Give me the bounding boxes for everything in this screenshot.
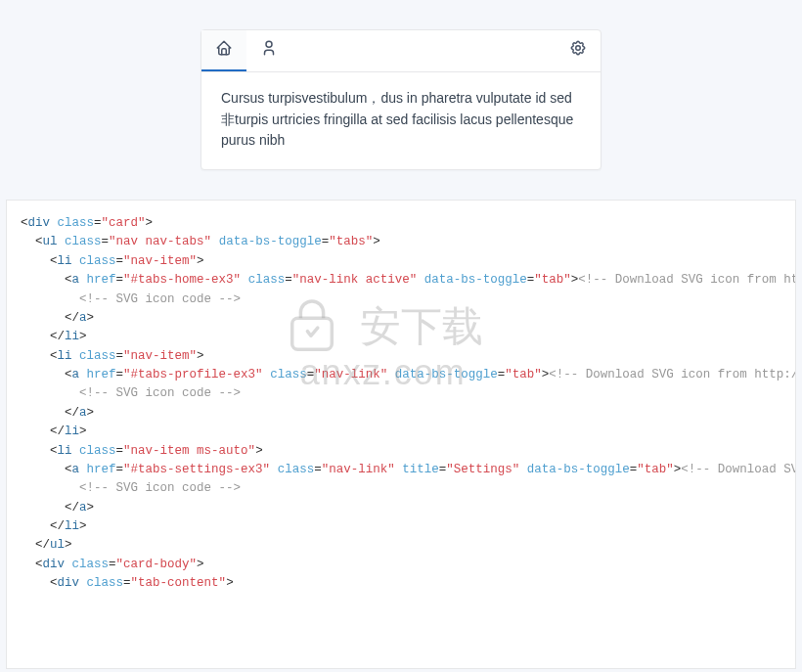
card: Cursus turpisvestibulum，dus in pharetra … [200, 29, 602, 170]
code-line: <a href="#tabs-home-ex3" class="nav-link… [21, 271, 795, 290]
code-line: </li> [21, 517, 795, 536]
nav-item-home [201, 30, 246, 71]
tab-home[interactable] [201, 30, 246, 71]
tab-profile[interactable] [246, 30, 291, 71]
code-line: <a href="#tabs-settings-ex3" class="nav-… [21, 461, 795, 479]
code-line: <div class="tab-content"> [21, 574, 795, 593]
card-body: Cursus turpisvestibulum，dus in pharetra … [201, 72, 601, 169]
code-line: <div class="card"> [21, 214, 795, 233]
nav-item-profile [246, 30, 291, 71]
tab-settings[interactable] [556, 30, 601, 71]
code-line: </a> [21, 309, 795, 328]
nav-tabs [201, 30, 601, 72]
code-line: </li> [21, 328, 795, 346]
code-line: </ul> [21, 536, 795, 555]
code-line: <!-- SVG icon code --> [21, 384, 795, 403]
svg-point-1 [576, 46, 581, 51]
code-line: </a> [21, 404, 795, 423]
nav-item-settings [556, 30, 601, 71]
code-line: <div class="card-body"> [21, 556, 795, 574]
code-line: </li> [21, 423, 795, 441]
code-line: <!-- SVG icon code --> [21, 479, 795, 498]
code-line: <li class="nav-item ms-auto"> [21, 442, 795, 461]
content-han: 非 [221, 112, 235, 127]
code-line: <ul class="nav nav-tabs" data-bs-toggle=… [21, 233, 795, 251]
code-line: <li class="nav-item"> [21, 347, 795, 366]
content-text-2: turpis urtricies fringilla at sed facili… [221, 112, 573, 149]
tab-content: Cursus turpisvestibulum，dus in pharetra … [221, 88, 581, 152]
home-icon [215, 39, 233, 61]
code-line: <a href="#tabs-profile-ex3" class="nav-l… [21, 366, 795, 384]
svg-point-0 [266, 41, 272, 47]
user-icon [260, 39, 278, 61]
preview-area: Cursus turpisvestibulum，dus in pharetra … [0, 0, 802, 190]
code-line: <li class="nav-item"> [21, 252, 795, 271]
code-line: <!-- SVG icon code --> [21, 291, 795, 309]
content-text-1: Cursus turpisvestibulum，dus in pharetra … [221, 90, 572, 106]
code-panel: <div class="card"> <ul class="nav nav-ta… [6, 200, 796, 669]
gear-icon [569, 39, 587, 61]
code-line: </a> [21, 499, 795, 517]
